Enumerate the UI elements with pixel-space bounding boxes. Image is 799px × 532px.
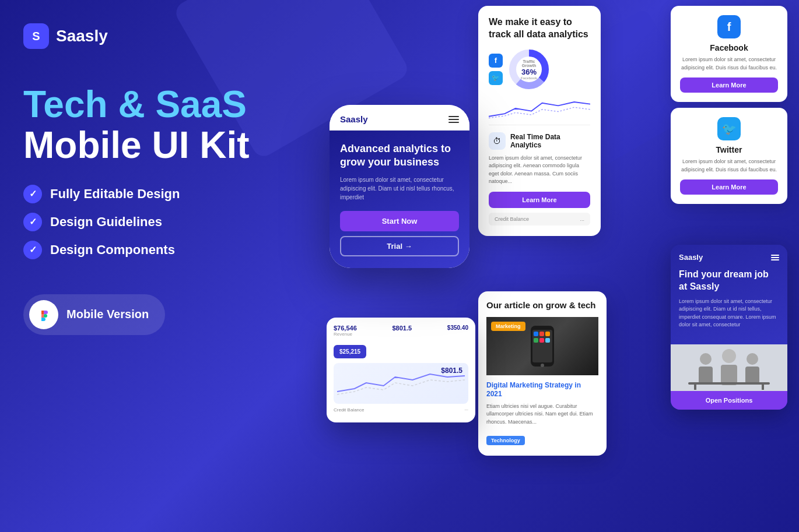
feature-label-1: Fully Editable Design <box>50 186 180 202</box>
twitter-card-name: Twitter <box>680 145 778 154</box>
social-icons-col: f 🐦 <box>489 54 503 85</box>
article-post-title: Digital Marketing Strategy in 2021 <box>486 381 598 399</box>
article-image: Marketing <box>486 317 598 375</box>
svg-rect-21 <box>694 384 696 390</box>
donut-chart: Traffic Growth 36% Facebook <box>509 49 549 90</box>
svg-point-16 <box>722 349 736 363</box>
job-card-desc: Lorem ipsum dolor sit amet, consectetur … <box>679 298 779 329</box>
realtime-icon: ⏱ <box>489 132 506 150</box>
realtime-title: Real Time Data Analytics <box>510 133 590 149</box>
svg-rect-12 <box>545 338 550 343</box>
wave-chart <box>489 97 590 120</box>
facebook-card: f Facebook Lorem ipsum dolor sit amet, c… <box>671 6 787 102</box>
hero-title-line2: Mobile UI Kit <box>23 125 303 165</box>
features-list: Fully Editable Design Design Guidelines … <box>23 185 303 259</box>
phone-hero-desc: Lorem ipsum dolor sit amet, consectetur … <box>340 175 459 202</box>
credit-label-bar: Credit Balance ··· <box>334 407 468 413</box>
feature-label-2: Design Guidelines <box>50 214 162 230</box>
job-card-menu-icon[interactable] <box>771 255 779 260</box>
tech-badge-row: Technology <box>478 434 607 456</box>
hero-title-line1: Tech & SaaS <box>23 84 303 125</box>
twitter-card-desc: Lorem ipsum dolor sit amet, consectetur … <box>680 158 778 174</box>
tech-badge: Technology <box>486 436 525 445</box>
job-card-top: Saasly Find your dream job at Sassly Lor… <box>671 245 787 344</box>
dashboard-card: $76,546 Revenue $801.5 $350.40 $25,215 $… <box>327 318 475 422</box>
job-card: Saasly Find your dream job at Sassly Lor… <box>671 245 787 410</box>
svg-rect-7 <box>534 332 538 336</box>
article-badge: Marketing <box>491 322 525 331</box>
realtime-desc: Lorem ipsum dolor sit amet, consectetur … <box>489 154 590 186</box>
svg-point-18 <box>747 353 758 365</box>
svg-point-14 <box>700 353 712 365</box>
svg-rect-20 <box>688 382 770 385</box>
job-card-title: Find your dream job at Sassly <box>679 269 779 293</box>
hero-title: Tech & SaaS Mobile UI Kit <box>23 84 303 166</box>
analytics-chart-area: f 🐦 Traffic Growth 36% Facebook <box>489 49 590 90</box>
learn-more-button[interactable]: Learn More <box>489 192 590 208</box>
job-card-header: Saasly <box>679 253 779 262</box>
dashboard-stats-row: $76,546 Revenue $801.5 $350.40 <box>334 325 468 337</box>
logo-icon: S <box>23 23 49 49</box>
feature-label-3: Design Components <box>50 242 175 258</box>
main-chart-value: $801.5 <box>441 367 462 375</box>
phone-mockup: Saasly Advanced analytics to grow your b… <box>330 105 469 268</box>
facebook-card-name: Facebook <box>680 43 778 52</box>
check-icon-3 <box>23 241 42 259</box>
stat-2: $801.5 <box>392 325 412 337</box>
feature-item-3: Design Components <box>23 241 303 259</box>
stat-3: $350.40 <box>447 325 468 337</box>
figma-badge-label: Mobile Version <box>66 308 149 321</box>
logo-text: Saasly <box>56 27 108 45</box>
phone-header: Saasly <box>330 105 469 131</box>
svg-rect-19 <box>745 367 759 384</box>
twitter-card: 🐦 Twitter Lorem ipsum dolor sit amet, co… <box>671 108 787 204</box>
credit-balance-bar: Credit Balance ... <box>489 213 590 226</box>
real-time-header: ⏱ Real Time Data Analytics <box>489 132 590 150</box>
real-time-section: ⏱ Real Time Data Analytics Lorem ipsum d… <box>489 125 590 208</box>
job-card-logo: Saasly <box>679 253 703 262</box>
svg-rect-22 <box>762 384 764 390</box>
balance-card: $25,215 <box>334 345 366 358</box>
article-section-title: Our article on grow & tech <box>486 300 598 311</box>
svg-rect-10 <box>534 338 538 343</box>
trial-button[interactable]: Trial → <box>340 236 459 256</box>
donut-label: Traffic Growth 36% Facebook <box>519 59 539 79</box>
hamburger-menu[interactable] <box>448 116 459 123</box>
social-cards-column: f Facebook Lorem ipsum dolor sit amet, c… <box>671 6 787 204</box>
svg-point-6 <box>541 364 544 367</box>
article-card: Our article on grow & tech Marketing <box>478 291 607 456</box>
open-positions-button[interactable]: Open Positions <box>671 391 787 410</box>
phone-logo: Saasly <box>340 114 368 124</box>
analytics-card-title: We make it easy to track all data analyt… <box>489 16 590 41</box>
facebook-icon: f <box>489 54 503 68</box>
logo-row: S Saasly <box>23 23 303 49</box>
analytics-card: We make it easy to track all data analyt… <box>478 6 601 236</box>
svg-rect-8 <box>539 332 544 336</box>
feature-item-1: Fully Editable Design <box>23 185 303 203</box>
figma-icon <box>29 300 58 329</box>
facebook-card-desc: Lorem ipsum dolor sit amet, consectetur … <box>680 56 778 72</box>
svg-rect-15 <box>699 367 713 384</box>
phone-hero-section: Advanced analytics to grow your business… <box>330 131 469 268</box>
start-now-button[interactable]: Start Now <box>340 211 459 231</box>
check-icon-1 <box>23 185 42 203</box>
article-post-desc: Etiam ultricies nisi vel augue. Curabitu… <box>486 403 598 427</box>
facebook-card-icon: f <box>717 15 741 38</box>
dashboard-chart: $801.5 <box>334 363 468 404</box>
twitter-learn-more-button[interactable]: Learn More <box>680 179 778 195</box>
svg-rect-11 <box>539 338 544 343</box>
figma-badge: Mobile Version <box>23 294 165 335</box>
stat-1: $76,546 Revenue <box>334 325 357 337</box>
job-card-image <box>671 344 787 391</box>
feature-item-2: Design Guidelines <box>23 213 303 231</box>
left-panel: S Saasly Tech & SaaS Mobile UI Kit Fully… <box>23 23 303 335</box>
check-icon-2 <box>23 213 42 231</box>
facebook-learn-more-button[interactable]: Learn More <box>680 77 778 93</box>
twitter-icon: 🐦 <box>489 71 503 85</box>
phone-hero-title: Advanced analytics to grow your business <box>340 142 459 170</box>
svg-rect-17 <box>721 365 737 385</box>
twitter-card-icon: 🐦 <box>717 117 741 140</box>
article-card-content: Our article on grow & tech Marketing <box>478 291 607 434</box>
svg-rect-9 <box>545 332 550 336</box>
